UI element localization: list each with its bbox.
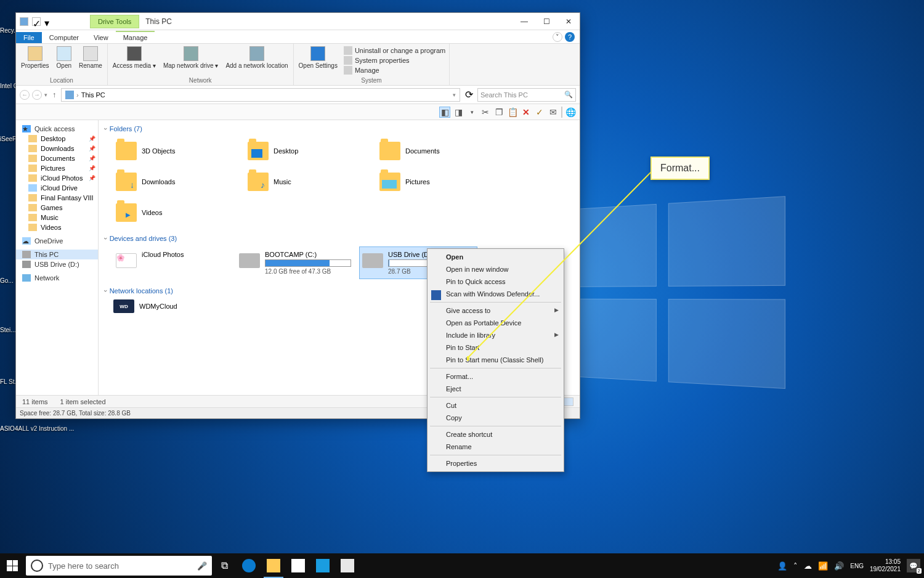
view-details-icon[interactable]: ◨ <box>453 107 464 118</box>
ctx-scan-defender[interactable]: Scan with Windows Defender... <box>428 288 564 300</box>
tray-language-icon[interactable]: ENG <box>850 563 864 569</box>
ribbon-access-media[interactable]: Access media ▾ <box>111 45 157 70</box>
breadcrumb-dropdown-icon[interactable]: ▾ <box>453 92 456 98</box>
tab-view[interactable]: View <box>86 32 116 43</box>
tray-notifications[interactable]: 💬 2 <box>907 559 920 572</box>
taskbar-search[interactable]: Type here to search 🎤 <box>26 556 212 576</box>
view-dropdown-icon[interactable]: ▾ <box>466 107 477 118</box>
search-box[interactable]: Search This PC 🔍 <box>477 88 576 102</box>
ctx-create-shortcut[interactable]: Create shortcut <box>428 428 564 441</box>
desktop-icon-label[interactable]: ASIO4ALL v2 Instruction ... <box>0 425 74 432</box>
folder-downloads[interactable]: Downloads <box>113 168 243 195</box>
nav-onedrive[interactable]: ☁OneDrive <box>16 236 98 246</box>
folder-desktop[interactable]: Desktop <box>245 137 375 165</box>
drive-bootcamp-c[interactable]: BOOTCAMP (C:) 12.0 GB free of 47.3 GB <box>237 247 354 279</box>
tray-people-icon[interactable]: 👤 <box>777 561 787 571</box>
refresh-button[interactable]: ⟳ <box>463 89 475 100</box>
minimize-button[interactable]: — <box>513 13 535 30</box>
nav-icloud-photos[interactable]: iCloud Photos📌 <box>16 173 98 183</box>
copy-icon[interactable]: ❐ <box>493 107 505 118</box>
nav-documents[interactable]: Documents📌 <box>16 153 98 163</box>
ctx-pin-start[interactable]: Pin to Start <box>428 341 564 354</box>
globe-icon[interactable]: 🌐 <box>565 107 576 118</box>
nav-desktop[interactable]: Desktop📌 <box>16 134 98 144</box>
tab-manage[interactable]: Manage <box>116 31 155 43</box>
tray-clock[interactable]: 13:05 19/02/2021 <box>870 558 901 573</box>
ctx-open[interactable]: Open <box>428 251 564 263</box>
group-drives-header[interactable]: ›Devices and drives (3) <box>101 232 577 245</box>
ctx-properties[interactable]: Properties <box>428 457 564 470</box>
breadcrumb[interactable]: › This PC ▾ <box>61 88 460 102</box>
ctx-include-library[interactable]: Include in library▶ <box>428 329 564 341</box>
nav-back-button[interactable]: ← <box>20 90 30 100</box>
nav-history-dropdown[interactable]: ▾ <box>44 92 47 98</box>
drive-icloud-photos[interactable]: 🌸 iCloud Photos <box>113 247 230 279</box>
ribbon-rename[interactable]: Rename <box>78 45 103 70</box>
email-icon[interactable]: ✉ <box>548 107 559 118</box>
nav-this-pc[interactable]: This PC <box>16 250 98 259</box>
qat-dropdown-icon[interactable]: ▾ <box>44 17 53 26</box>
nav-music[interactable]: Music <box>16 213 98 222</box>
ctx-rename[interactable]: Rename <box>428 441 564 453</box>
nav-icloud-drive[interactable]: iCloud Drive <box>16 183 98 193</box>
folder-videos[interactable]: Videos <box>113 199 243 226</box>
ctx-format[interactable]: Format... <box>428 370 564 383</box>
cut-icon[interactable]: ✂ <box>480 107 491 118</box>
taskbar-edge[interactable] <box>237 553 261 578</box>
close-button[interactable]: ✕ <box>557 13 580 30</box>
drive-tools-tab[interactable]: Drive Tools <box>90 15 139 28</box>
ribbon-map-drive[interactable]: Map network drive ▾ <box>162 45 219 70</box>
nav-downloads[interactable]: Downloads📌 <box>16 144 98 153</box>
ctx-open-new-window[interactable]: Open in new window <box>428 263 564 275</box>
ctx-copy[interactable]: Copy <box>428 412 564 424</box>
qat-icon[interactable] <box>20 17 28 26</box>
network-wdmycloud[interactable]: WD WDMyCloud <box>113 299 177 313</box>
nav-pictures[interactable]: Pictures📌 <box>16 163 98 173</box>
taskbar-mail[interactable] <box>310 553 335 578</box>
ribbon-open[interactable]: Open <box>55 45 73 70</box>
taskbar-explorer[interactable] <box>261 553 286 578</box>
ribbon-open-settings[interactable]: Open Settings <box>298 45 339 75</box>
folder-3d-objects[interactable]: 3D Objects <box>113 137 243 165</box>
group-folders-header[interactable]: ›Folders (7) <box>101 123 577 135</box>
ribbon-collapse-icon[interactable]: ˅ <box>553 32 562 42</box>
view-preview-icon[interactable]: ◧ <box>439 107 450 118</box>
nav-videos[interactable]: Videos <box>16 222 98 232</box>
tab-computer[interactable]: Computer <box>42 32 86 43</box>
delete-icon[interactable]: ✕ <box>521 107 532 118</box>
tray-network-icon[interactable]: 📶 <box>818 561 828 571</box>
taskbar-store[interactable] <box>286 553 310 578</box>
tray-onedrive-icon[interactable]: ☁ <box>804 561 812 571</box>
ctx-cut[interactable]: Cut <box>428 399 564 412</box>
nav-quick-access[interactable]: ★Quick access <box>16 124 98 134</box>
nav-usb-drive[interactable]: USB Drive (D:) <box>16 259 98 269</box>
ribbon-uninstall[interactable]: Uninstall or change a program <box>344 46 445 55</box>
ribbon-manage[interactable]: Manage <box>344 66 445 75</box>
qat-check-icon[interactable]: ✓ <box>32 17 41 26</box>
folder-documents[interactable]: Documents <box>377 137 506 165</box>
ctx-eject[interactable]: Eject <box>428 383 564 395</box>
ctx-pin-quick-access[interactable]: Pin to Quick access <box>428 275 564 288</box>
nav-ffviii[interactable]: Final Fantasy VIII <box>16 193 98 203</box>
tray-overflow-icon[interactable]: ˄ <box>793 561 798 571</box>
taskbar-paint[interactable] <box>335 553 360 578</box>
help-icon[interactable]: ? <box>565 32 575 42</box>
tray-volume-icon[interactable]: 🔊 <box>834 561 844 571</box>
nav-forward-button[interactable]: → <box>32 90 42 100</box>
ribbon-properties[interactable]: Properties <box>20 45 51 70</box>
ribbon-system-properties[interactable]: System properties <box>344 56 445 65</box>
folder-music[interactable]: Music <box>245 168 375 195</box>
start-button[interactable] <box>0 553 25 578</box>
nav-games[interactable]: Games <box>16 203 98 213</box>
folder-pictures[interactable]: Pictures <box>377 168 506 195</box>
maximize-button[interactable]: ☐ <box>535 13 557 30</box>
nav-up-button[interactable]: ↑ <box>50 91 59 99</box>
tab-file[interactable]: File <box>16 32 42 43</box>
ctx-give-access[interactable]: Give access to▶ <box>428 304 564 317</box>
ctx-portable-device[interactable]: Open as Portable Device <box>428 317 564 329</box>
ctx-pin-classic-shell[interactable]: Pin to Start menu (Classic Shell) <box>428 354 564 366</box>
microphone-icon[interactable]: 🎤 <box>197 561 207 571</box>
nav-network[interactable]: Network <box>16 273 98 283</box>
paste-icon[interactable]: 📋 <box>507 107 518 118</box>
ribbon-add-network[interactable]: Add a network location <box>224 45 289 70</box>
